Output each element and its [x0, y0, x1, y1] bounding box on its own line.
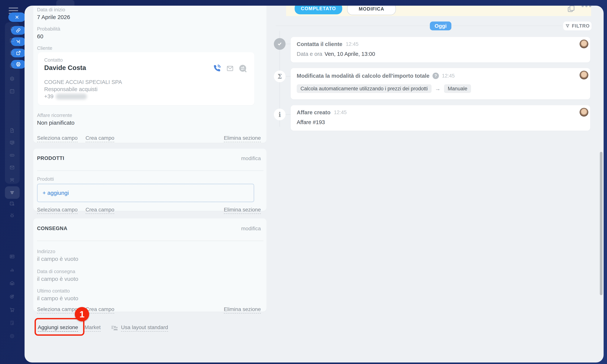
- bot-icon[interactable]: [8, 211, 16, 220]
- event-time: 12:45: [334, 110, 347, 116]
- contact-phone[interactable]: +39: [44, 93, 87, 100]
- probability-value[interactable]: 60: [37, 33, 43, 39]
- event-time: 12:45: [346, 41, 359, 47]
- change-from-tag: Calcola automaticamente utilizzando i pr…: [297, 84, 431, 93]
- tasks-icon[interactable]: [8, 62, 16, 70]
- delete-section-link[interactable]: Elimina sezione: [224, 207, 261, 214]
- products-add-box[interactable]: + aggiungi: [37, 184, 254, 202]
- more-options-icon[interactable]: •••: [581, 6, 593, 10]
- standard-layout-icon: [110, 324, 118, 332]
- contact-role: Responsabile acquisti: [44, 86, 97, 92]
- select-field-link[interactable]: Seleziona campo: [37, 207, 78, 214]
- address-label: Indirizzo: [37, 248, 55, 254]
- section-delivery: CONSEGNA modifica Indirizzo il campo è v…: [33, 218, 266, 312]
- presentation-icon[interactable]: [8, 139, 16, 147]
- mail-icon[interactable]: [8, 163, 16, 172]
- section-main: Data di inizio 7 Aprile 2026 Probabilità…: [33, 6, 266, 143]
- delivery-date-value[interactable]: il campo è vuoto: [37, 276, 78, 282]
- vertical-scrollbar[interactable]: [600, 152, 603, 295]
- delivery-title: CONSEGNA: [37, 226, 68, 231]
- delete-section-link[interactable]: Elimina sezione: [224, 306, 261, 313]
- address-value[interactable]: il campo è vuoto: [37, 256, 78, 262]
- avatar[interactable]: [579, 108, 588, 117]
- delivery-date-label: Data di consegna: [37, 269, 75, 274]
- contact-card[interactable]: Contatto Davide Costa COGNE ACCIAI SPECI…: [38, 52, 254, 105]
- delivery-edit-link[interactable]: modifica: [241, 226, 261, 232]
- avatar[interactable]: [579, 39, 588, 48]
- contacts-icon[interactable]: [8, 176, 16, 184]
- timeline-connector: [286, 44, 291, 44]
- messenger-icon[interactable]: [238, 64, 247, 73]
- filter-label: FILTRO: [572, 23, 590, 29]
- section-links: Seleziona campo Crea campo Elimina sezio…: [37, 306, 261, 313]
- hexagon-icon[interactable]: [8, 75, 16, 83]
- phone-number-redacted: [56, 94, 87, 99]
- delete-section-link[interactable]: Elimina sezione: [224, 135, 261, 142]
- last-contact-value[interactable]: il campo è vuoto: [37, 295, 78, 301]
- stats-icon[interactable]: [8, 266, 16, 274]
- create-field-link[interactable]: Crea campo: [85, 207, 114, 214]
- standard-layout-link[interactable]: Usa layout standard: [121, 325, 168, 332]
- timeline-connector: [286, 76, 291, 77]
- notes-icon[interactable]: [8, 49, 16, 57]
- inbox-icon[interactable]: [8, 151, 16, 159]
- task-check-icon: [274, 38, 286, 50]
- contact-label: Contatto: [44, 57, 63, 63]
- settings-icon[interactable]: [8, 332, 16, 340]
- products-field-label: Prodotti: [37, 176, 54, 182]
- close-icon[interactable]: [8, 13, 26, 22]
- complete-button[interactable]: COMPLETATO: [295, 6, 342, 14]
- recurring-value[interactable]: Non pianificato: [37, 119, 74, 126]
- help-icon[interactable]: ?: [432, 73, 439, 79]
- select-field-link[interactable]: Seleziona campo: [37, 306, 78, 313]
- filter-button[interactable]: FILTRO: [563, 22, 592, 30]
- calendar-icon[interactable]: [8, 87, 16, 95]
- chat-icon[interactable]: [8, 36, 16, 45]
- sum-icon: Σ: [274, 71, 286, 82]
- info-icon: i: [274, 109, 286, 120]
- filter-icon: [565, 24, 570, 28]
- event-body-value: Affare #193: [297, 119, 325, 125]
- avatar[interactable]: [579, 71, 588, 79]
- add-product-link[interactable]: + aggiungi: [42, 190, 69, 196]
- copy-icon[interactable]: [567, 6, 575, 13]
- create-field-link[interactable]: Crea campo: [85, 306, 114, 313]
- event-card-created[interactable]: Affare creato 12:45 Affare #193: [291, 105, 590, 131]
- email-icon[interactable]: [226, 64, 234, 73]
- warehouse-icon[interactable]: [8, 279, 16, 287]
- event-body-value: Ven, 10 Aprile, 13:00: [324, 51, 375, 57]
- contact-company[interactable]: COGNE ACCIAI SPECIALI SPA: [44, 79, 122, 85]
- products-title: PRODOTTI: [37, 156, 64, 161]
- edit-button[interactable]: MODIFICA: [347, 6, 396, 15]
- last-contact-label: Ultimo contatto: [37, 288, 70, 294]
- background-tab: [56, 0, 74, 6]
- cart-icon[interactable]: [8, 306, 16, 314]
- annotation-highlight-box: [35, 318, 84, 336]
- products-edit-link[interactable]: modifica: [241, 156, 261, 161]
- id-card-icon[interactable]: [8, 252, 16, 261]
- arrow-right-icon: →: [435, 85, 441, 92]
- probability-label: Probabilità: [37, 26, 60, 32]
- calendar-tasks-icon[interactable]: [8, 200, 16, 208]
- market-link[interactable]: Market: [84, 325, 101, 332]
- event-card-change[interactable]: Modificata la modalità di calcolo dell'i…: [291, 68, 590, 99]
- sidebar-inner-panel: [5, 22, 20, 184]
- recurring-label: Affare ricorrente: [37, 112, 72, 118]
- day-pill[interactable]: Oggi: [430, 22, 451, 30]
- goals-icon[interactable]: [8, 292, 16, 301]
- event-card-task[interactable]: Contatta il cliente 12:45 Data e ora Ven…: [291, 37, 590, 63]
- invoices-icon[interactable]: [8, 319, 16, 327]
- pipeline-icon[interactable]: [8, 188, 16, 197]
- deal-detail-panel: Data di inizio 7 Aprile 2026 Probabilità…: [25, 6, 604, 363]
- phone-prefix: +39: [44, 93, 54, 100]
- timeline-connector: [286, 114, 291, 115]
- create-field-link[interactable]: Crea campo: [85, 135, 114, 142]
- select-field-link[interactable]: Seleziona campo: [37, 135, 78, 142]
- notifications-icon[interactable]: [8, 25, 16, 33]
- file-icon[interactable]: [8, 126, 16, 135]
- call-icon[interactable]: [213, 64, 221, 73]
- sidebar: [0, 0, 25, 364]
- delivery-divider: [37, 241, 263, 241]
- contact-name[interactable]: Davide Costa: [44, 64, 86, 71]
- start-date-value[interactable]: 7 Aprile 2026: [37, 14, 70, 20]
